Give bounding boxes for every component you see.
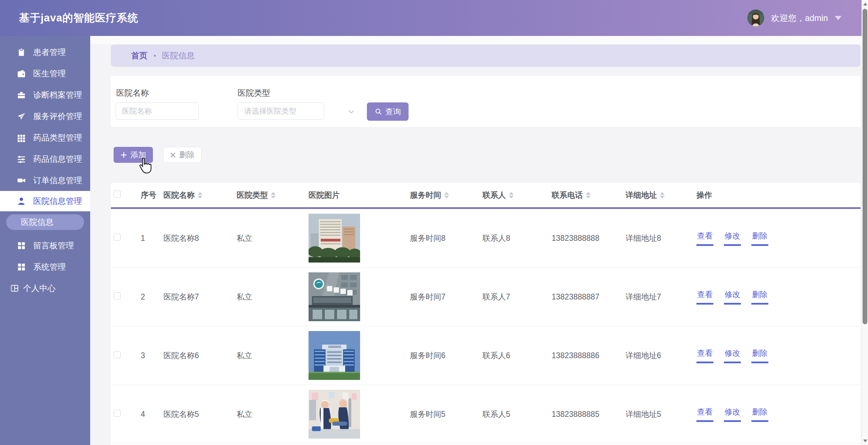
hospital-name-label: 医院名称 — [116, 88, 149, 98]
row-checkbox[interactable] — [114, 351, 121, 358]
sidebar-item-drug-type-mgmt[interactable]: 药品类型管理 — [0, 127, 90, 148]
grid-small-icon — [17, 241, 26, 250]
header-contact-label: 联系人 — [482, 190, 506, 200]
sidebar-item-profile-center[interactable]: 个人中心 — [0, 277, 90, 299]
user-menu[interactable]: 欢迎您，admin — [747, 9, 842, 26]
sidebar-item-label: 医院信息管理 — [33, 196, 82, 207]
table-row: 3 医院名称6 私立 服务时间6 联系人6 — [111, 326, 861, 385]
paper-plane-icon — [17, 112, 26, 121]
header-address-label: 详细地址 — [626, 190, 657, 200]
delete-link[interactable]: 删除 — [751, 231, 768, 246]
header-phone-label: 联系电话 — [552, 190, 583, 200]
sidebar-item-diagnosis-archive-mgmt[interactable]: 诊断档案管理 — [0, 84, 90, 105]
cell-address: 详细地址7 — [626, 292, 696, 302]
add-button-label: 添加 — [131, 150, 146, 160]
window-icon — [10, 283, 19, 293]
avatar[interactable] — [747, 9, 764, 26]
header-type-sortable[interactable]: 医院类型 — [237, 190, 276, 200]
delete-button[interactable]: 删除 — [163, 147, 201, 163]
hospital-image — [309, 272, 360, 321]
edit-link[interactable]: 修改 — [724, 231, 741, 246]
delete-button-label: 删除 — [179, 150, 195, 160]
cell-service-time: 服务时间7 — [410, 292, 482, 302]
delete-link[interactable]: 删除 — [751, 289, 768, 305]
view-link[interactable]: 查看 — [696, 289, 713, 305]
cell-hospital-name: 医院名称6 — [163, 350, 237, 361]
cell-address: 详细地址6 — [626, 350, 696, 361]
header-service-time-label: 服务时间 — [410, 190, 441, 200]
cell-address: 详细地址8 — [626, 233, 696, 244]
row-checkbox[interactable] — [114, 292, 121, 299]
welcome-text: 欢迎您，admin — [771, 13, 828, 24]
header-service-time-sortable[interactable]: 服务时间 — [410, 190, 449, 200]
header-contact-sortable[interactable]: 联系人 — [482, 190, 514, 200]
view-link[interactable]: 查看 — [696, 407, 713, 422]
sidebar-item-label: 患者管理 — [33, 47, 66, 58]
edit-link[interactable]: 修改 — [724, 348, 741, 363]
edit-link[interactable]: 修改 — [724, 289, 741, 305]
sidebar-item-hospital-info-mgmt[interactable]: 医院信息管理 — [0, 191, 90, 211]
table-header-row: 序号 医院名称 医院类型 医院图片 服务时间 联系人 联系电话 详细地址 操作 — [111, 183, 861, 207]
vertical-scrollbar[interactable] — [862, 0, 868, 445]
hospital-type-label: 医院类型 — [238, 88, 270, 98]
table-toolbar: 添加 删除 — [114, 147, 201, 163]
search-button[interactable]: 查询 — [367, 102, 409, 121]
cell-phone: 13823888886 — [552, 351, 626, 360]
cell-hospital-name: 医院名称7 — [163, 292, 237, 302]
scrollbar-up-arrow-icon[interactable] — [863, 3, 867, 5]
table-row: 2 医院名称7 私立 服务时间7 联系人7 138238 — [111, 268, 861, 326]
plus-icon — [120, 152, 127, 158]
cell-contact: 联系人6 — [482, 350, 552, 361]
cell-phone: 13823888887 — [552, 292, 626, 302]
sidebar-subitem-hospital-info[interactable]: 医院信息 — [6, 214, 84, 230]
grid-icon — [17, 133, 26, 142]
video-camera-icon — [17, 176, 26, 185]
content-top-strip — [90, 36, 862, 44]
row-checkbox[interactable] — [114, 410, 121, 417]
hospital-name-input[interactable] — [116, 102, 199, 120]
sort-carets-icon — [586, 192, 591, 198]
header-address-sortable[interactable]: 详细地址 — [626, 190, 665, 200]
delete-link[interactable]: 删除 — [751, 407, 768, 422]
header-actions: 操作 — [696, 190, 861, 200]
cell-phone: 13823888888 — [552, 234, 626, 243]
row-checkbox[interactable] — [114, 234, 121, 241]
breadcrumb-home-link[interactable]: 首页 — [131, 50, 147, 61]
cell-index: 3 — [141, 351, 163, 360]
sidebar-item-system-mgmt[interactable]: 系统管理 — [0, 256, 90, 277]
sidebar-item-label: 个人中心 — [23, 283, 56, 294]
sidebar-item-message-board-mgmt[interactable]: 留言板管理 — [0, 235, 90, 256]
view-link[interactable]: 查看 — [696, 231, 713, 246]
edit-link[interactable]: 修改 — [724, 407, 741, 422]
close-icon — [170, 152, 176, 158]
add-button[interactable]: 添加 — [114, 147, 153, 163]
sidebar-item-service-review-mgmt[interactable]: 服务评价管理 — [0, 105, 90, 127]
view-link[interactable]: 查看 — [696, 348, 713, 363]
scrollbar-down-arrow-icon[interactable] — [863, 440, 867, 442]
sidebar-item-label: 药品类型管理 — [33, 132, 82, 143]
sidebar-item-label: 订单信息管理 — [33, 175, 82, 186]
header-name-label: 医院名称 — [163, 190, 195, 200]
sliders-icon — [17, 155, 26, 163]
delete-link[interactable]: 删除 — [751, 348, 768, 363]
breadcrumb-current: 医院信息 — [162, 50, 195, 61]
header-name-sortable[interactable]: 医院名称 — [163, 190, 202, 200]
header-image: 医院图片 — [309, 190, 410, 200]
cell-index: 2 — [141, 292, 163, 302]
breadcrumb: 首页 • 医院信息 — [111, 44, 861, 67]
hospital-type-select[interactable] — [238, 102, 324, 120]
user-icon — [17, 197, 26, 206]
cell-contact: 联系人5 — [482, 409, 552, 420]
sidebar-item-label: 医生管理 — [33, 68, 66, 79]
select-all-checkbox[interactable] — [114, 191, 121, 198]
sidebar-item-label: 系统管理 — [33, 262, 66, 272]
scrollbar-thumb[interactable] — [863, 9, 867, 324]
select-chevron-icon[interactable] — [347, 107, 356, 116]
sidebar-item-doctor-mgmt[interactable]: 医生管理 — [0, 63, 90, 84]
sidebar-item-order-info-mgmt[interactable]: 订单信息管理 — [0, 170, 90, 191]
sidebar-item-patient-mgmt[interactable]: 患者管理 — [0, 41, 90, 63]
sidebar-item-drug-info-mgmt[interactable]: 药品信息管理 — [0, 148, 90, 170]
main-content: 首页 • 医院信息 医院名称 医院类型 查询 添加 删除 序号 医院名称 医院类… — [90, 36, 862, 445]
sidebar: 患者管理 医生管理 诊断档案管理 服务评价管理 药品类型管理 药品信息管理 订单… — [0, 36, 90, 445]
header-phone-sortable[interactable]: 联系电话 — [552, 190, 591, 200]
